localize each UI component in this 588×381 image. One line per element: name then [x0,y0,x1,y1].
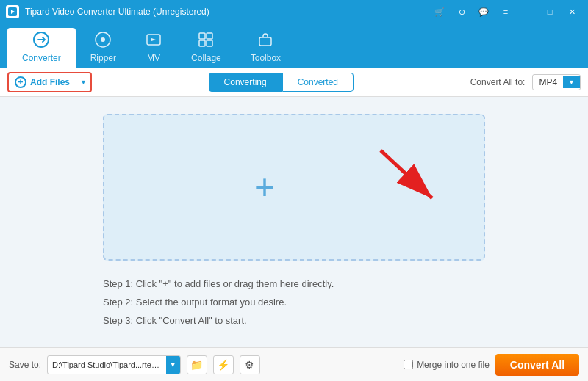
nav-collage[interactable]: Collage [176,28,236,68]
bottombar: Save to: D:\Tipard Studio\Tipard...rter … [0,347,588,381]
folder-icon: 📁 [190,359,203,371]
save-to-label: Save to: [9,360,41,370]
tab-converting[interactable]: Converting [209,73,282,92]
instruction-step3: Step 3: Click "Convert All" to start. [103,312,485,330]
converter-icon [33,32,49,50]
add-files-plus-icon: + [15,76,26,88]
convert-all-to-label: Convert All to: [470,77,526,87]
tab-group: Converting Converted [209,73,354,92]
merge-label-text: Merge into one file [417,360,490,370]
nav-mv[interactable]: MV [131,28,176,68]
svg-point-4 [101,37,105,42]
merge-checkbox-label[interactable]: Merge into one file [404,360,490,370]
settings-icon-btn[interactable]: ⚙ [240,355,260,374]
titlebar: Tipard Video Converter Ultimate (Unregis… [0,0,588,23]
cart-btn[interactable]: 🛒 [429,3,450,21]
app-title: Tipard Video Converter Ultimate (Unregis… [25,7,429,17]
mv-label: MV [147,53,160,63]
convert-all-button[interactable]: Convert All [495,354,579,376]
svg-rect-7 [207,33,212,39]
save-path-dropdown[interactable]: ▼ [166,356,180,374]
toolbox-icon [257,32,273,50]
collage-icon [198,32,214,50]
add-files-main[interactable]: + Add Files [9,73,76,91]
mv-icon [146,32,162,50]
svg-line-12 [381,150,432,198]
selected-format: MP4 [533,75,563,90]
svg-rect-9 [207,40,212,46]
window-controls: 🛒 ⊕ 💬 ≡ ─ □ ✕ [429,3,582,21]
save-path-text: D:\Tipard Studio\Tipard...rter Ultimate\… [48,360,166,369]
top-navigation: Converter Ripper MV Collag [0,23,588,68]
menu-btn[interactable]: ≡ [495,3,516,21]
pin-btn[interactable]: ⊕ [451,3,472,21]
toolbar: + Add Files ▼ Converting Converted Conve… [0,68,588,97]
format-selector[interactable]: MP4 ▼ [532,74,581,90]
instruction-step2: Step 2: Select the output format you des… [103,294,485,312]
drop-zone-arrow [373,143,462,217]
nav-converter[interactable]: Converter [7,28,76,68]
nav-ripper[interactable]: Ripper [76,28,131,68]
app-icon [6,5,19,18]
maximize-btn[interactable]: □ [539,3,560,21]
add-files-label: Add Files [30,77,70,87]
collage-label: Collage [191,53,221,63]
lightning-icon: ⚡ [217,359,229,371]
toolbox-label: Toolbox [251,53,281,63]
ripper-label: Ripper [90,53,116,63]
merge-checkbox-input[interactable] [404,360,413,369]
nav-toolbox[interactable]: Toolbox [236,28,295,68]
lightning-icon-btn[interactable]: ⚡ [213,355,234,374]
main-content: + Step 1: Click "+" to add files or drag… [0,97,588,347]
ripper-icon [95,32,111,50]
save-path-box[interactable]: D:\Tipard Studio\Tipard...rter Ultimate\… [47,355,181,374]
add-files-dropdown-arrow[interactable]: ▼ [76,73,90,91]
settings-icon: ⚙ [245,359,254,371]
drop-zone[interactable]: + [103,114,485,261]
instruction-step1: Step 1: Click "+" to add files or drag t… [103,275,485,294]
instructions: Step 1: Click "+" to add files or drag t… [103,275,485,330]
svg-rect-10 [259,37,271,46]
format-dropdown-btn[interactable]: ▼ [563,76,580,88]
close-btn[interactable]: ✕ [562,3,582,21]
tab-converted[interactable]: Converted [282,73,354,92]
folder-icon-btn[interactable]: 📁 [187,355,207,374]
add-files-button[interactable]: + Add Files ▼ [7,72,92,92]
svg-rect-6 [199,33,205,39]
chat-btn[interactable]: 💬 [473,3,494,21]
minimize-btn[interactable]: ─ [517,3,538,21]
svg-rect-8 [199,40,205,46]
converter-label: Converter [22,53,61,63]
drop-zone-plus-icon: + [254,170,275,205]
